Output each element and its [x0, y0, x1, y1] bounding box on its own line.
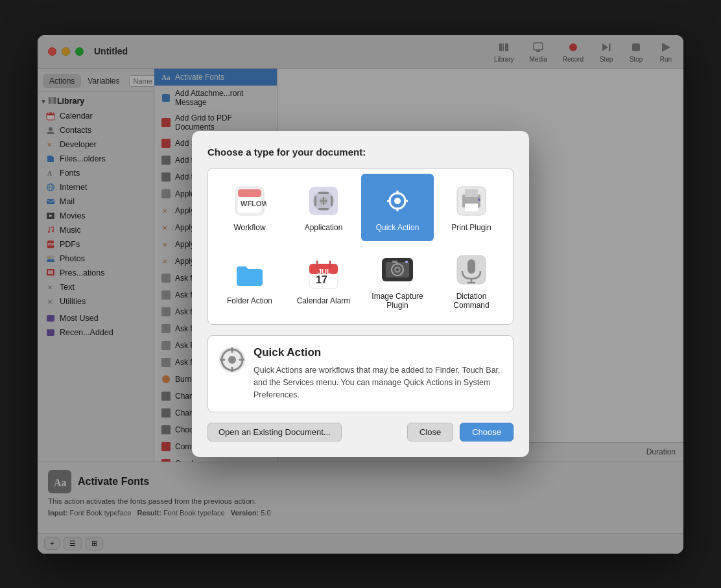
- doc-type-grid: WFLOW Workflow: [207, 168, 514, 325]
- modal-desc-icon: [219, 346, 246, 373]
- image-capture-type-label: Image Capture Plugin: [366, 292, 429, 310]
- application-icon: [305, 183, 342, 219]
- quick-action-type-label: Quick Action: [376, 223, 420, 232]
- modal-title: Choose a type for your document:: [207, 147, 514, 158]
- svg-point-96: [478, 198, 480, 201]
- svg-rect-95: [465, 204, 478, 211]
- svg-rect-108: [392, 261, 397, 263]
- modal-desc-title: Quick Action: [254, 346, 502, 359]
- workflow-type-label: Workflow: [233, 223, 265, 232]
- quick-action-icon: [379, 183, 416, 219]
- modal-footer-right: Close Choose: [407, 423, 514, 441]
- application-type-label: Application: [305, 223, 343, 232]
- open-existing-button[interactable]: Open an Existing Document...: [207, 423, 342, 441]
- doc-type-workflow[interactable]: WFLOW Workflow: [213, 174, 286, 241]
- image-capture-icon: [379, 252, 416, 288]
- doc-type-quick-action[interactable]: Quick Action: [361, 174, 434, 241]
- doc-type-folder-action[interactable]: Folder Action: [213, 242, 286, 319]
- document-type-modal: Choose a type for your document: WFLOW W…: [192, 131, 529, 456]
- print-plugin-type-label: Print Plugin: [451, 223, 491, 232]
- svg-rect-78: [318, 208, 329, 210]
- modal-description: Quick Action Quick Actions are workflows…: [207, 335, 514, 412]
- modal-footer: Open an Existing Document... Close Choos…: [207, 423, 514, 441]
- calendar-alarm-type-label: Calendar Alarm: [297, 296, 351, 305]
- svg-rect-111: [467, 259, 475, 274]
- doc-type-application[interactable]: Application: [287, 174, 360, 241]
- svg-rect-83: [323, 197, 324, 205]
- dictation-icon: [453, 252, 490, 288]
- svg-rect-94: [465, 189, 478, 197]
- print-plugin-icon: [453, 183, 490, 219]
- calendar-alarm-icon: JUL 17: [305, 256, 342, 292]
- folder-action-type-label: Folder Action: [227, 296, 272, 305]
- main-window: Untitled Library Media Record: [38, 35, 683, 554]
- svg-point-87: [394, 198, 401, 204]
- svg-rect-79: [314, 196, 316, 206]
- svg-rect-77: [318, 192, 329, 194]
- svg-rect-80: [331, 196, 333, 206]
- svg-point-107: [396, 268, 399, 271]
- choose-button[interactable]: Choose: [460, 423, 514, 441]
- workflow-icon: WFLOW: [231, 183, 268, 219]
- doc-type-image-capture[interactable]: Image Capture Plugin: [361, 242, 434, 319]
- svg-text:17: 17: [316, 274, 327, 285]
- doc-type-dictation[interactable]: Dictation Command: [435, 242, 508, 319]
- modal-desc-content: Quick Action Quick Actions are workflows…: [254, 346, 502, 401]
- svg-rect-74: [238, 189, 261, 197]
- doc-type-calendar-alarm[interactable]: JUL 17 Calendar Alarm: [287, 242, 360, 319]
- doc-type-print-plugin[interactable]: Print Plugin: [435, 174, 508, 241]
- close-button[interactable]: Close: [407, 423, 453, 441]
- svg-point-116: [228, 356, 236, 364]
- modal-desc-text: Quick Actions are workflows that may be …: [254, 364, 502, 401]
- svg-text:WFLOW: WFLOW: [241, 200, 266, 207]
- modal-overlay: Choose a type for your document: WFLOW W…: [38, 35, 683, 554]
- dictation-type-label: Dictation Command: [440, 292, 502, 310]
- svg-point-109: [405, 261, 408, 263]
- folder-action-icon: [231, 256, 268, 292]
